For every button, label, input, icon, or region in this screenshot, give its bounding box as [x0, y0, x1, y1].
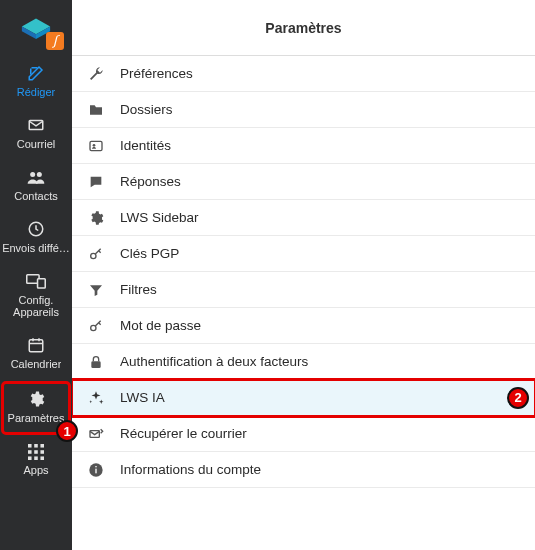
sidebar-item-label: Contacts — [14, 190, 57, 202]
svg-point-22 — [91, 253, 96, 258]
settings-item-label: Authentification à deux facteurs — [120, 354, 521, 369]
sidebar-item-calendar[interactable]: Calendrier — [0, 328, 72, 380]
sidebar-item-devices[interactable]: Config. Appareils — [0, 264, 72, 328]
retrieve-icon — [86, 426, 106, 442]
page-title: Paramètres — [72, 0, 535, 56]
svg-point-21 — [93, 144, 96, 147]
main-panel: Paramètres Préférences Dossiers Identité… — [72, 0, 535, 550]
settings-item-label: Clés PGP — [120, 246, 521, 261]
settings-item-label: Récupérer le courrier — [120, 426, 521, 441]
cog-icon — [86, 210, 106, 226]
sidebar-item-label: Config. Appareils — [2, 294, 70, 318]
clock-icon — [27, 220, 45, 238]
sidebar-item-label: Paramètres — [8, 412, 65, 424]
key-icon — [86, 246, 106, 262]
svg-rect-13 — [40, 444, 44, 448]
settings-item-filters[interactable]: Filtres — [72, 272, 535, 308]
svg-rect-19 — [40, 457, 44, 461]
sidebar-item-mail[interactable]: Courriel — [0, 108, 72, 160]
settings-item-responses[interactable]: Réponses — [72, 164, 535, 200]
sidebar-item-contacts[interactable]: Contacts — [0, 160, 72, 212]
settings-item-label: Dossiers — [120, 102, 521, 117]
sidebar-item-label: Apps — [23, 464, 48, 476]
svg-rect-28 — [95, 466, 96, 467]
svg-point-23 — [91, 325, 96, 330]
settings-item-identities[interactable]: Identités — [72, 128, 535, 164]
settings-item-label: Mot de passe — [120, 318, 521, 333]
callout-badge: 2 — [507, 387, 529, 409]
contacts-icon — [26, 168, 46, 186]
key-icon — [86, 318, 106, 334]
filter-icon — [86, 282, 106, 298]
settings-item-label: LWS IA — [120, 390, 521, 405]
settings-item-label: LWS Sidebar — [120, 210, 521, 225]
svg-rect-16 — [40, 450, 44, 454]
settings-item-label: Filtres — [120, 282, 521, 297]
gear-icon — [27, 390, 45, 408]
svg-rect-18 — [34, 457, 38, 461]
sparkle-icon — [86, 389, 106, 407]
settings-item-retrieve-mail[interactable]: Récupérer le courrier — [72, 416, 535, 452]
apps-grid-icon — [28, 444, 44, 460]
svg-rect-24 — [91, 361, 100, 368]
compose-icon — [27, 64, 45, 82]
sidebar: ʃ Rédiger Courriel Contacts — [0, 0, 72, 550]
sidebar-item-scheduled[interactable]: Envois diffé… — [0, 212, 72, 264]
svg-point-6 — [37, 172, 42, 177]
lock-icon — [86, 354, 106, 370]
app-logo: ʃ — [0, 0, 72, 56]
svg-point-5 — [30, 172, 35, 177]
svg-rect-9 — [38, 279, 46, 288]
svg-rect-20 — [90, 141, 102, 150]
settings-item-2fa[interactable]: Authentification à deux facteurs — [72, 344, 535, 380]
svg-rect-27 — [95, 468, 96, 473]
svg-rect-14 — [28, 450, 32, 454]
settings-item-lws-ia[interactable]: LWS IA 2 — [72, 380, 535, 416]
folder-icon — [86, 102, 106, 118]
svg-rect-15 — [34, 450, 38, 454]
settings-item-account-info[interactable]: Informations du compte — [72, 452, 535, 488]
settings-item-label: Réponses — [120, 174, 521, 189]
sidebar-item-compose[interactable]: Rédiger — [0, 56, 72, 108]
settings-item-pgp[interactable]: Clés PGP — [72, 236, 535, 272]
calendar-icon — [27, 336, 45, 354]
settings-item-password[interactable]: Mot de passe — [72, 308, 535, 344]
brand-badge-icon: ʃ — [46, 32, 64, 50]
settings-item-label: Identités — [120, 138, 521, 153]
svg-rect-11 — [28, 444, 32, 448]
wrench-icon — [86, 66, 106, 82]
devices-icon — [26, 272, 46, 290]
sidebar-item-label: Envois diffé… — [2, 242, 70, 254]
svg-rect-17 — [28, 457, 32, 461]
settings-item-label: Préférences — [120, 66, 521, 81]
id-card-icon — [86, 138, 106, 154]
settings-item-label: Informations du compte — [120, 462, 521, 477]
sidebar-item-settings[interactable]: Paramètres 1 — [2, 382, 70, 434]
settings-item-preferences[interactable]: Préférences — [72, 56, 535, 92]
settings-item-folders[interactable]: Dossiers — [72, 92, 535, 128]
sidebar-item-apps[interactable]: Apps — [0, 436, 72, 486]
svg-rect-12 — [34, 444, 38, 448]
sidebar-item-label: Calendrier — [11, 358, 62, 370]
settings-item-lws-sidebar[interactable]: LWS Sidebar — [72, 200, 535, 236]
sidebar-item-label: Courriel — [17, 138, 56, 150]
sidebar-item-label: Rédiger — [17, 86, 56, 98]
svg-rect-10 — [29, 340, 43, 352]
settings-list: Préférences Dossiers Identités Réponses — [72, 56, 535, 550]
mail-icon — [27, 116, 45, 134]
info-icon — [86, 462, 106, 478]
speech-icon — [86, 174, 106, 190]
